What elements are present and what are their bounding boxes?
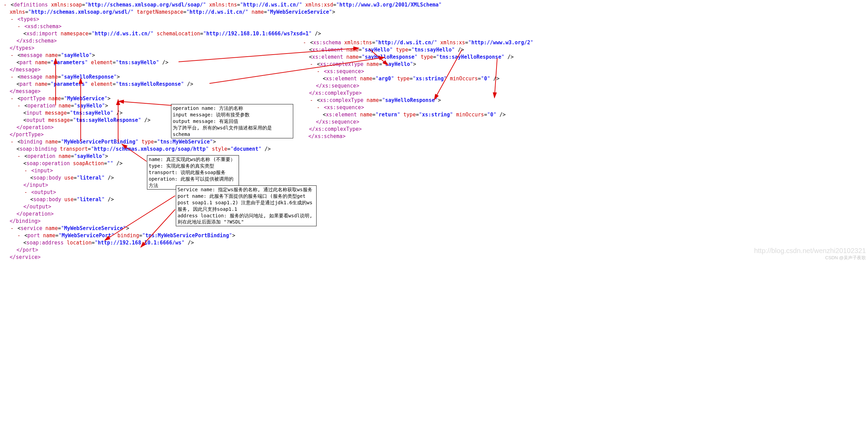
toggle-icon[interactable]: - [23,189,28,196]
toggle-icon[interactable]: - [16,102,21,110]
note-line: type: 实现此服务的真实类型 [149,163,237,169]
note-line: input message: 说明有接受参数 [173,112,292,118]
note-line: Service name: 指定ws服务的名称, 通过此名称获取ws服务 [178,186,315,193]
note-line: name: 真正实现此ws的名称 (不重要） [149,156,237,163]
note-binding: name: 真正实现此ws的名称 (不重要） type: 实现此服务的真实类型 … [147,155,239,190]
port-close: </port> [3,247,865,254]
note-line: 为了跨平台, 所有的wsdl文件描述都采用的是 schema [173,125,292,138]
soap-operation: <soap:operation soapAction="" /> [3,160,865,167]
binding-input-open: - <input> [3,167,865,174]
note-line: output message: 有返回值 [173,118,292,125]
toggle-icon[interactable]: - [309,61,314,68]
xs-ct2-open: - <xs:complexType name="sayHelloResponse… [302,97,542,104]
xsd-pane: - <xs:schema xmlns:tns="http://d.ws.it.c… [302,39,542,140]
note-line: transport: 说明此服务soap服务 [149,169,237,176]
soap-body-1: <soap:body use="literal" /> [3,174,865,182]
toggle-icon[interactable]: - [10,95,14,102]
definitions-open-2: xmlns="http://schemas.xmlsoap.org/wsdl/"… [3,9,865,16]
xs-el-resp: <xs:element name="sayHelloResponse" type… [302,54,542,61]
soap-address: <soap:address location="http://192.168.1… [3,239,865,247]
binding-output-open: - <output> [3,189,865,196]
toggle-icon[interactable]: - [302,39,307,46]
binding-close: </binding> [3,218,865,225]
xsd-import: <xsd:import namespace="http://d.ws.it.cn… [3,30,865,37]
xs-ct2-close: </xs:complexType> [302,126,542,133]
service-open: - <service name="MyWebServiceService"> [3,225,865,232]
definitions-open: - <definitions xmlns:soap="http://schema… [3,1,865,9]
watermark-author: CSDN @吴声子夜歌 [825,255,866,261]
toggle-icon[interactable]: - [10,52,14,59]
xs-seq2-open: - <xs:sequence> [302,104,542,111]
note-line: address loaction: 服务的访问地址, 如果要看wsdl说明, 则… [178,213,315,226]
xsd-schema-open: - <xsd:schema> [3,23,865,30]
xs-schema-open: - <xs:schema xmlns:tns="http://d.ws.it.c… [302,39,542,46]
xs-seq1-close: </xs:sequence> [302,82,542,90]
port-open: - <port name="MyWebServicePort" binding=… [3,232,865,239]
toggle-icon[interactable]: - [16,153,21,160]
toggle-icon[interactable]: - [3,1,8,9]
binding-op-open: - <operation name="sayHello"> [3,153,865,160]
toggle-icon[interactable]: - [16,232,21,239]
note-line: operation name: 方法的名称 [173,105,292,112]
xs-seq1-open: - <xs:sequence> [302,68,542,75]
xs-ct1-close: </xs:complexType> [302,90,542,97]
binding-op-close: </operation> [3,210,865,218]
xs-schema-close: </xs:schema> [302,133,542,140]
service-close: </service> [3,254,865,261]
binding-input-close: </input> [3,182,865,189]
binding-output-close: </output> [3,203,865,210]
toggle-icon[interactable]: - [23,167,28,174]
toggle-icon[interactable]: - [10,73,14,81]
xs-return: <xs:element name="return" type="xs:strin… [302,111,542,118]
watermark-url: http://blog.csdn.net/wenzhi20102321 [754,247,866,255]
xs-seq2-close: </xs:sequence> [302,118,542,126]
note-operation: operation name: 方法的名称 input message: 说明有… [171,104,293,138]
toggle-icon[interactable]: - [10,16,14,23]
soap-binding: <soap:binding transport="http://schemas.… [3,146,865,153]
toggle-icon[interactable]: - [16,23,21,30]
note-line: port name: 此服务下面提供的服务端口 (服务的类型get post s… [178,193,315,213]
xs-ct1-open: - <xs:complexType name="sayHello"> [302,61,542,68]
toggle-icon[interactable]: - [316,68,321,75]
toggle-icon[interactable]: - [309,97,314,104]
toggle-icon[interactable]: - [316,104,321,111]
toggle-icon[interactable]: - [10,225,14,232]
xs-arg0: <xs:element name="arg0" type="xs:string"… [302,75,542,82]
toggle-icon[interactable]: - [10,138,14,146]
types-open: - <types> [3,16,865,23]
note-service: Service name: 指定ws服务的名称, 通过此名称获取ws服务 por… [176,185,317,226]
xs-el-sayhello: <xs:element name="sayHello" type="tns:sa… [302,46,542,54]
soap-body-2: <soap:body use="literal" /> [3,196,865,203]
